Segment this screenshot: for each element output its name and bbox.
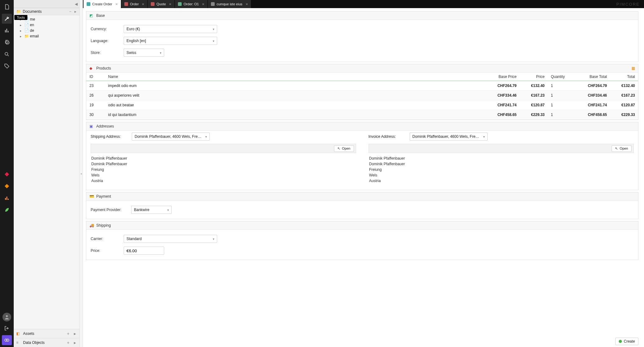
minus-icon[interactable]: − [69,9,72,14]
shipping-icon: 🚚 [89,223,94,228]
col-total[interactable]: Total [610,73,638,81]
col-base-price[interactable]: Base Price [485,73,520,81]
currency-label: Currency: [91,27,121,31]
logout-icon[interactable] [2,323,12,333]
panel-collapse-icon[interactable]: ◀ [75,2,78,6]
tab-create-order[interactable]: Create Order✕ [83,0,121,8]
plus-icon[interactable]: + [66,340,70,345]
logo-icon[interactable] [2,335,12,345]
table-row[interactable]: 30id qui laudantiumCHF458.65€229.331CHF4… [86,110,638,120]
tab-cumque-iste-eius[interactable]: cumque iste eius✕ [208,0,251,8]
language-label: Language: [91,39,121,43]
products-icon: ◆ [89,66,94,70]
invoice-select[interactable]: Dominik Pfaffenbauer, 4600 Wels, Freiung… [410,133,488,141]
assets-section[interactable]: ◧ Assets + ▸ [14,329,79,338]
invoice-address-lines: Dominik PfaffenbauerDominik Pfaffenbauer… [369,156,634,184]
shipping-panel: 🚚 Shipping Carrier: Standard Price: [86,221,638,260]
file-icon[interactable] [2,2,12,12]
shipping-title: Shipping [96,223,111,228]
data-objects-section[interactable]: ≡ Data Objects + ▸ [14,338,79,347]
wrench-icon[interactable]: Tools [2,14,12,24]
splitter-handle[interactable]: ◂ [80,0,83,347]
tag-icon[interactable] [2,61,12,71]
tree-item-de[interactable]: ▸📄de [14,28,79,33]
addresses-icon: ▣ [89,124,94,128]
grip-icon: ◂ [80,172,82,175]
chevron-right-icon[interactable]: ▸ [74,9,77,14]
tree-item-en[interactable]: ▸📄en [14,22,79,28]
expand-icon[interactable]: ▸ [20,35,23,38]
plus-icon[interactable]: + [66,331,70,336]
close-icon[interactable]: ✕ [142,2,144,6]
payment-panel: 💳 Payment Payment Provider: Bankwire [86,192,638,219]
carrier-label: Carrier: [91,237,121,241]
addresses-panel: ▣ Addresses Shipping Address: Dominik Pf… [86,122,638,190]
shipping-open-button[interactable]: ↖ Open [334,145,354,152]
cursor-icon: ↖ [337,147,340,151]
leaf-icon[interactable] [2,205,12,215]
bars-icon[interactable] [2,193,12,203]
products-title: Products [96,66,111,70]
avatar[interactable] [2,313,11,321]
store-select[interactable]: Swiss [124,49,164,57]
add-product-icon[interactable]: ▦ [632,66,635,70]
chart-icon[interactable] [2,26,12,36]
page-icon: 📄 [24,23,29,27]
tab-quote[interactable]: Quote✕ [148,0,175,8]
expand-icon[interactable]: ▸ [20,29,23,32]
documents-header[interactable]: 📁 Documents − ▸ [14,8,79,15]
chevron-right-icon[interactable]: ▸ [73,331,77,336]
tab-icon [87,2,90,6]
col-price[interactable]: Price [520,73,548,81]
assets-label: Assets [23,331,64,336]
create-button[interactable]: Create [615,338,638,345]
col-base-total[interactable]: Base Total [576,73,610,81]
tab-icon [151,2,155,6]
tree-item-email[interactable]: ▸📁email [14,33,79,39]
invoice-open-button[interactable]: ↖ Open [612,145,632,152]
shipping-select[interactable]: Dominik Pfaffenbauer, 4600 Wels, Freiung… [132,133,210,141]
close-icon[interactable]: ✕ [115,2,118,6]
base-icon: ◩ [89,13,94,18]
col-name[interactable]: Name [105,73,485,81]
close-icon[interactable]: ✕ [169,2,171,6]
search-icon[interactable] [2,49,12,59]
tab-icon [178,2,182,6]
tab-order[interactable]: Order✕ [121,0,148,8]
language-select[interactable]: English [en] [124,37,217,45]
gear-icon[interactable] [2,37,12,47]
table-row[interactable]: 26qui asperiores velitCHF334.46€167.231C… [86,91,638,100]
shipping-label: Shipping Address: [91,134,128,139]
expand-icon[interactable]: ▸ [20,23,23,27]
cursor-icon: ↖ [615,147,618,151]
tab-icon [211,2,215,6]
base-title: Base [96,13,105,18]
provider-select[interactable]: Bankwire [131,206,172,214]
products-table: ID Name Base Price Price Quantity Base T… [86,73,638,120]
diamond-orange-icon[interactable] [2,181,12,191]
tooltip: Tools [14,15,27,20]
carrier-select[interactable]: Standard [124,235,217,243]
price-input[interactable] [124,247,164,255]
folder-icon: 📁 [16,9,21,14]
col-qty[interactable]: Quantity [548,73,576,81]
assets-icon: ◧ [16,331,21,336]
tab-order-o1[interactable]: Order: O1✕ [175,0,208,8]
shipping-address-lines: Dominik PfaffenbauerDominik Pfaffenbauer… [91,156,356,184]
brand-label: PIMCORE [612,0,644,8]
products-panel: ◆ Products ▦ ID Name Base Price Price Qu… [86,64,638,120]
currency-select[interactable]: Euro (€) [124,25,217,33]
chevron-right-icon[interactable]: ▸ [73,340,77,345]
diamond-red-icon[interactable] [2,169,12,179]
table-row[interactable]: 19odio aut beataeCHF241.74€120.871CHF241… [86,100,638,110]
data-objects-label: Data Objects [23,340,64,345]
col-id[interactable]: ID [86,73,105,81]
page-icon: 📄 [24,28,29,33]
svg-point-1 [6,315,8,317]
check-icon [619,340,622,343]
close-icon[interactable]: ✕ [246,2,248,6]
table-row[interactable]: 23impedit odio eumCHF264.79€132.401CHF26… [86,81,638,91]
payment-title: Payment [96,194,111,199]
close-icon[interactable]: ✕ [202,2,204,6]
documents-label: Documents [23,9,67,14]
